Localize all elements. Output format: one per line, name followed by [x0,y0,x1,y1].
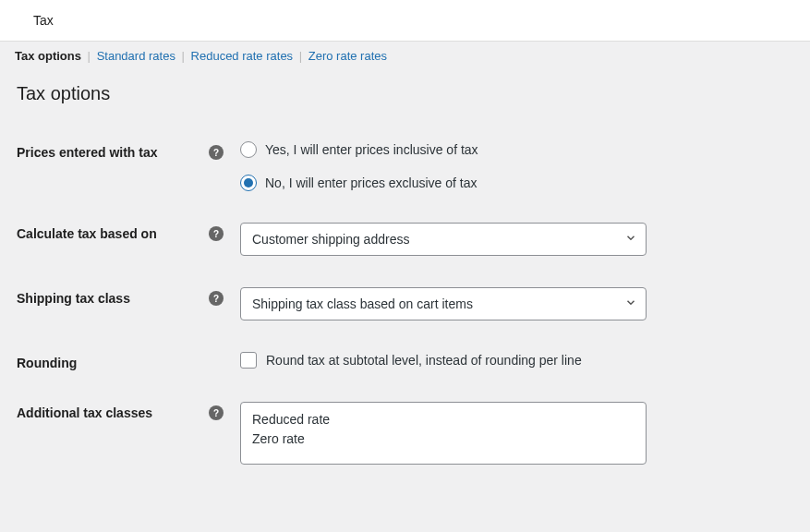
label-rounding: Rounding [17,356,201,370]
tab-zero-rate-rates[interactable]: Zero rate rates [308,49,387,63]
checkbox-label: Round tax at subtotal level, instead of … [266,353,582,368]
select-shipping-tax-class[interactable]: Shipping tax class based on cart items [240,287,647,320]
row-additional-tax-classes: Additional tax classes ? Reduced rate Ze… [17,402,793,465]
radio-prices-exclusive[interactable]: No, I will enter prices exclusive of tax [240,175,793,191]
page-header: Tax [0,0,810,42]
help-icon[interactable]: ? [209,145,224,160]
page-title: Tax [33,13,54,28]
label-shipping-tax-class: Shipping tax class [17,291,201,306]
radio-label: No, I will enter prices exclusive of tax [265,175,478,190]
radio-label: Yes, I will enter prices inclusive of ta… [265,142,478,157]
checkbox-rounding[interactable]: Round tax at subtotal level, instead of … [240,352,793,369]
radio-prices-inclusive[interactable]: Yes, I will enter prices inclusive of ta… [240,141,793,158]
tab-reduced-rate-rates[interactable]: Reduced rate rates [191,49,294,63]
textarea-additional-tax-classes[interactable]: Reduced rate Zero rate [240,402,647,465]
tab-standard-rates[interactable]: Standard rates [97,49,175,63]
tab-tax-options[interactable]: Tax options [15,49,81,63]
radio-circle [240,175,257,191]
help-icon[interactable]: ? [209,405,224,420]
select-value: Customer shipping address [252,232,409,247]
row-shipping-tax-class: Shipping tax class ? Shipping tax class … [17,287,793,320]
help-icon[interactable]: ? [209,226,224,241]
label-prices-entered: Prices entered with tax [17,145,201,160]
row-calculate-tax-based-on: Calculate tax based on ? Customer shippi… [17,223,793,256]
sub-tab-nav: Tax options | Standard rates | Reduced r… [0,42,810,66]
select-calculate-tax[interactable]: Customer shipping address [240,223,647,256]
section-title: Tax options [17,83,793,104]
label-additional-tax-classes: Additional tax classes [17,405,201,420]
checkbox-box [240,352,257,369]
radio-circle [240,141,257,158]
label-calculate-tax: Calculate tax based on [17,226,201,241]
row-prices-entered-with-tax: Prices entered with tax ? Yes, I will en… [17,141,793,191]
row-rounding: Rounding Round tax at subtotal level, in… [17,352,793,370]
radio-dot-icon [244,178,253,187]
help-icon[interactable]: ? [209,291,224,306]
settings-content: Tax options Prices entered with tax ? Ye… [0,66,810,481]
radio-group-prices-entered: Yes, I will enter prices inclusive of ta… [240,141,793,191]
select-value: Shipping tax class based on cart items [252,296,473,311]
